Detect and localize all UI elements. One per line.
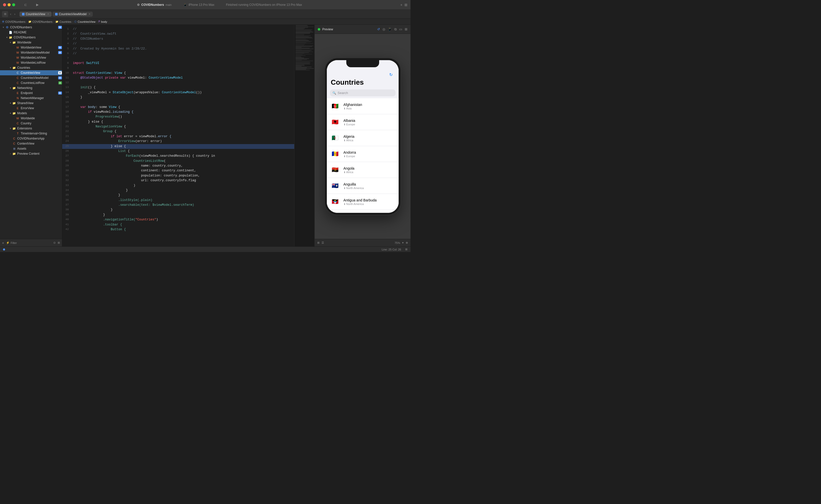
line-content: // COVIDNumbers — [72, 37, 294, 41]
line-content: .searchable(text: $viewModel.searchTerm) — [72, 203, 294, 208]
line-number: 37 — [62, 203, 72, 207]
code-line: 34 } — [62, 188, 294, 193]
code-line: 16 — [62, 100, 294, 105]
country-list-item[interactable]: 🇦🇱 Albania ⬇ Europe — [327, 114, 399, 130]
sidebar-item-root[interactable]: ▾ ⚙ COVIDNumbers M — [0, 25, 62, 30]
sidebar-item-sharedview[interactable]: ▾ 📁 SharedView — [0, 101, 62, 106]
filter-label: Filter — [11, 241, 17, 244]
sidebar-item-countriesview[interactable]: C CountriesView M — [0, 70, 62, 75]
app-refresh-button[interactable]: ↻ — [389, 72, 393, 77]
country-continent: ⬇ North America — [344, 187, 396, 190]
tab-close-icon[interactable]: × — [48, 13, 49, 15]
sidebar-item-worldwide-model[interactable]: W Worldwide — [0, 116, 62, 121]
zoom-dropdown-icon[interactable]: ▾ — [402, 241, 404, 244]
sidebar-item-assets[interactable]: ⊞ Assets — [0, 146, 62, 151]
history-button[interactable]: ⊙ — [53, 241, 56, 244]
sidebar-item-countriesviewmodel[interactable]: C CountriesViewModel M — [0, 75, 62, 80]
settings-icon[interactable]: ⊞ — [405, 27, 407, 31]
layout-icon[interactable]: ▭ — [399, 27, 402, 31]
minimize-button[interactable] — [8, 3, 11, 6]
tab-close-icon-2[interactable]: × — [89, 13, 90, 15]
close-button[interactable] — [3, 3, 6, 6]
tab-label: CountriesView — [26, 12, 45, 16]
layout-button[interactable]: ⊞ — [404, 3, 407, 7]
country-list-item[interactable]: 🇦🇩 Andorra ⬇ Europe — [327, 146, 399, 162]
country-name: Algeria — [344, 134, 396, 139]
folder-icon: 📁 — [12, 152, 16, 156]
line-content: Group { — [72, 129, 294, 134]
continent-icon: ⬇ — [344, 139, 346, 142]
country-name: Anguilla — [344, 182, 396, 187]
sidebar-item-countries[interactable]: ▾ 📁 Countries — [0, 65, 62, 70]
search-bar[interactable]: 🔍 Search — [330, 89, 396, 96]
line-number: 32 — [62, 178, 72, 182]
grid-view-button[interactable]: ⊞ — [2, 11, 8, 17]
sidebar-item-extensions[interactable]: ▾ 📁 Extensions — [0, 126, 62, 131]
swift-icon: W — [16, 56, 20, 60]
run-button[interactable]: ▶ — [36, 3, 39, 7]
device-icon[interactable]: 📱 — [388, 27, 392, 31]
sidebar-item-networking[interactable]: ▾ 📁 Networking — [0, 85, 62, 90]
code-line: 28 CountriesListRow( — [62, 159, 294, 164]
breadcrumb-covidnumbers2[interactable]: COVIDNumbers — [32, 20, 52, 23]
tab-countriesviewmodel[interactable]: CountriesViewModel × — [53, 12, 93, 17]
sidebar-item-networkmanager[interactable]: N NetworkManager — [0, 96, 62, 101]
country-list-item[interactable]: 🇦🇴 Angola ⬇ Africa — [327, 162, 399, 178]
country-list-item[interactable]: 🇩🇿 Algeria ⬇ Africa — [327, 130, 399, 146]
line-content: ForEach(viewModel.searchedResults) { cou… — [72, 154, 294, 158]
country-list-item[interactable]: 🇦🇫 Afghanistan ⬇ Asia — [327, 98, 399, 114]
sidebar-item-worldwideview[interactable]: W WorldwideView M — [0, 45, 62, 50]
breadcrumb-countriesview[interactable]: CountriesView — [78, 20, 96, 23]
swift-icon: C — [16, 76, 20, 80]
duplicate-icon[interactable]: ⧉ — [394, 27, 397, 31]
sidebar-toggle-icon[interactable]: ⊏ — [24, 3, 27, 7]
sidebar-item-models[interactable]: ▾ 📁 Models — [0, 111, 62, 116]
sidebar-item-countrieslistrow[interactable]: C CountriesListRow A — [0, 80, 62, 85]
line-content: } else { — [72, 144, 294, 149]
sidebar-item-errorview[interactable]: E ErrorView — [0, 106, 62, 111]
country-list-item[interactable]: 🇦🇮 Anguilla ⬇ North America — [327, 178, 399, 194]
back-button[interactable]: ‹ — [9, 12, 12, 16]
sidebar-item-timeinterval[interactable]: T TimeInterval+String — [0, 131, 62, 136]
breadcrumb-countries[interactable]: Countries — [59, 20, 71, 23]
sidebar-item-contentview[interactable]: C ContentView — [0, 141, 62, 146]
breadcrumb-body[interactable]: body — [101, 20, 107, 23]
breadcrumb-covidnumbers[interactable]: COVIDNumbers — [5, 20, 25, 23]
sidebar-item-covidnumbers[interactable]: ▾ 📁 COVIDNumbers — [0, 35, 62, 40]
country-list-item[interactable]: 🇦🇬 Antigua and Barbuda ⬇ North America — [327, 194, 399, 210]
country-list-item[interactable]: 🇦🇷 Argentina ⬇ South America — [327, 210, 399, 213]
country-name: Andorra — [344, 150, 396, 155]
sidebar-item-country-model[interactable]: C Country — [0, 121, 62, 126]
sidebar-item-worldwide[interactable]: ▾ 📁 Worldwide — [0, 40, 62, 45]
sidebar-item-preview-content[interactable]: › 📁 Preview Content — [0, 151, 62, 156]
swift-icon: W — [16, 51, 20, 55]
layout-button[interactable]: ⊞ — [405, 248, 407, 251]
add-file-button[interactable]: + — [2, 241, 4, 245]
chevron-down-icon: ▾ — [2, 26, 5, 29]
line-content: } — [72, 95, 294, 100]
code-line: 14 _viewModel = StateObject(wrappedValue… — [62, 90, 294, 95]
line-content: } — [72, 213, 294, 217]
preview-controls-icon[interactable]: ⊞ — [317, 241, 320, 244]
sidebar-item-readme[interactable]: 📄 README — [0, 30, 62, 35]
sidebar-item-covidnumbersapp[interactable]: C COVIDNumbersApp — [0, 136, 62, 141]
code-editor[interactable]: 1//2// CountriesView.swift3// COVIDNumbe… — [62, 25, 294, 246]
country-continent: ⬇ Europe — [344, 155, 396, 158]
sidebar-item-worldwidelistrow[interactable]: W WorldwideListRow — [0, 60, 62, 65]
sidebar-item-endpoint[interactable]: E Endpoint M — [0, 90, 62, 96]
refresh-icon[interactable]: ↺ — [377, 27, 380, 31]
add-tab-button[interactable]: + — [400, 3, 402, 7]
fullscreen-button[interactable] — [12, 3, 15, 6]
asset-icon: ⊞ — [12, 147, 16, 151]
options-button[interactable]: ⊞ — [58, 241, 60, 244]
sidebar-item-worldwideviewmodel[interactable]: W WorldwideViewModel M — [0, 50, 62, 55]
zoom-fit-button[interactable]: ⊕ — [406, 241, 408, 244]
forward-button[interactable]: › — [13, 12, 16, 16]
folder-icon: 📁 — [12, 126, 16, 130]
tab-countriesview[interactable]: CountriesView × — [19, 12, 52, 17]
preview-menu-icon[interactable]: ☰ — [322, 241, 324, 244]
sidebar-item-worldwidelistview[interactable]: W WorldwideListView — [0, 55, 62, 60]
folder-icon: 📁 — [12, 101, 16, 105]
breadcrumb-countries-icon: 📁 — [55, 20, 58, 23]
inspect-icon[interactable]: ◎ — [382, 27, 385, 31]
